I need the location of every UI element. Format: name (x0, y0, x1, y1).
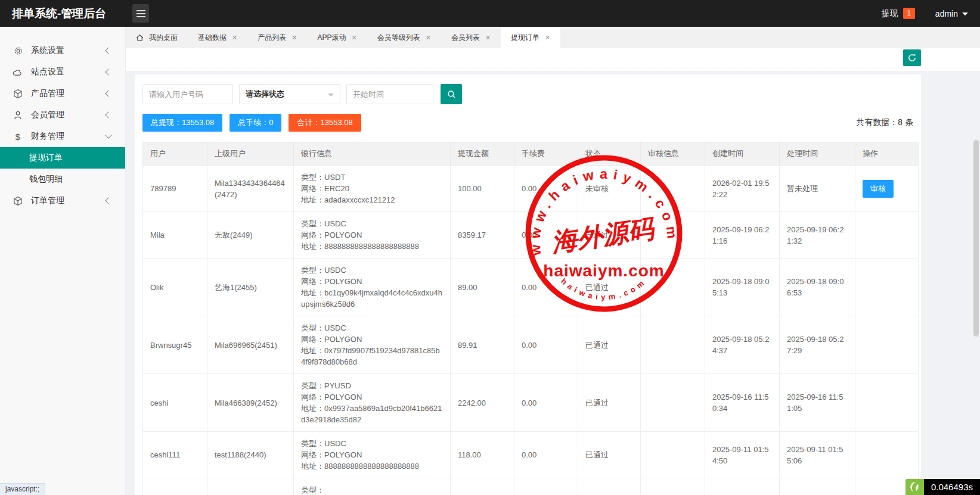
tab[interactable]: 提现订单 ✕ (501, 27, 560, 48)
cell-amount: 89.00 (451, 259, 514, 316)
cell-processed-time: 2025-09-19 06:21:32 (780, 212, 855, 259)
bank-network: 网络：POLYGON (301, 276, 443, 287)
column-header: 审核信息 (641, 142, 705, 166)
grand-total-button[interactable]: 合计：13553.08 (289, 114, 361, 132)
sidebar-item[interactable]: 系统设置 (0, 40, 125, 61)
sidebar-item[interactable]: 订单管理 (0, 190, 125, 211)
search-button[interactable] (441, 84, 462, 104)
hamburger-menu-icon[interactable] (132, 4, 149, 23)
user-icon (13, 110, 23, 120)
exec-time-label: 0.046493s (924, 479, 980, 495)
chevron-icon (105, 47, 111, 54)
search-icon (447, 90, 456, 99)
cell-created-time: 2025-09-16 11:50:34 (705, 374, 780, 432)
cell-amount: 118.00 (451, 432, 514, 478)
sidebar-subitem-active[interactable]: 提现订单 (0, 147, 125, 169)
cell-audit-info (641, 478, 705, 495)
bank-type: 类型： (301, 484, 443, 495)
bank-network: 网络：ERC20 (301, 183, 443, 194)
cell-parent-user (207, 478, 294, 495)
tab[interactable]: 会员等级列表 ✕ (367, 27, 441, 48)
sidebar-item[interactable]: 站点设置 (0, 61, 125, 83)
sidebar-item-label: 财务管理 (31, 131, 64, 142)
header-withdraw-link[interactable]: 提现 1 (882, 8, 915, 19)
cell-fee: 0.00 (514, 316, 578, 374)
table-row: 类型： (143, 478, 919, 495)
cell-audit-info (641, 432, 705, 478)
column-header: 状态 (578, 142, 641, 166)
tab-label: 我的桌面 (149, 33, 178, 43)
bank-type: 类型：USDC (301, 322, 443, 334)
cell-processed-time: 2025-09-18 05:27:29 (780, 316, 855, 374)
chevron-icon (105, 111, 111, 118)
sidebar-subitem[interactable]: 钱包明细 (0, 169, 125, 190)
chevron-icon (105, 69, 111, 75)
tab-close-icon[interactable]: ✕ (485, 34, 491, 42)
cell-status: 已通过 (578, 212, 641, 259)
cell-created-time: 2026-02-01 19:52:22 (705, 166, 780, 212)
cell-fee: 0.00 (514, 212, 578, 259)
tab[interactable]: 基础数据 ✕ (188, 27, 247, 48)
tab-close-icon[interactable]: ✕ (291, 34, 297, 42)
cell-parent-user: Mila466389(2452) (207, 374, 294, 432)
total-fee-button[interactable]: 总手续：0 (230, 114, 281, 132)
cell-fee: 0.00 (514, 374, 578, 432)
cell-audit-info (641, 259, 705, 316)
cell-bank-info: 类型： (294, 478, 451, 495)
sidebar-item-label: 会员管理 (31, 110, 64, 120)
cell-audit-info (641, 212, 705, 259)
tab-close-icon[interactable]: ✕ (232, 34, 237, 42)
total-withdraw-button[interactable]: 总提现：13553.08 (142, 114, 222, 132)
cell-processed-time (780, 478, 855, 495)
chevron-icon (105, 132, 111, 138)
cell-created-time: 2025-09-18 09:05:13 (705, 259, 780, 316)
sidebar-item[interactable]: 产品管理 (0, 83, 125, 104)
cell-user: Brwnsugr45 (143, 316, 207, 374)
column-header: 用户 (143, 142, 207, 166)
column-header: 银行信息 (294, 142, 451, 166)
tab[interactable]: 会员列表 ✕ (441, 27, 501, 48)
tab-label: 会员列表 (451, 33, 480, 43)
cell-processed-time: 暂未处理 (780, 166, 855, 212)
tab[interactable]: APP滚动 ✕ (307, 27, 367, 48)
withdraw-count-badge: 1 (903, 8, 915, 19)
cell-bank-info: 类型：USDT网络：ERC20地址：adadaxxccxc121212 (294, 166, 451, 212)
cell-amount: 100.00 (451, 166, 514, 212)
tab[interactable]: 我的桌面 (126, 27, 188, 48)
chevron-down-icon (962, 13, 968, 18)
start-time-input[interactable] (346, 84, 433, 104)
tab-close-icon[interactable]: ✕ (545, 34, 550, 42)
bank-network: 网络：POLYGON (301, 334, 443, 345)
chevron-icon (105, 197, 111, 204)
cell-user: ceshi111 (143, 432, 207, 478)
record-count: 共有数据：8 条 (856, 117, 913, 128)
refresh-button[interactable] (903, 49, 921, 66)
user-number-input[interactable] (142, 84, 233, 104)
audit-button[interactable]: 审核 (863, 180, 894, 198)
cell-created-time (705, 478, 780, 495)
cell-bank-info: 类型：USDC网络：POLYGON地址：bc1qy09k4jmxalqd4c4c… (294, 259, 451, 316)
cell-created-time: 2025-09-18 05:24:37 (705, 316, 780, 374)
app-title: 排单系统-管理后台 (12, 0, 106, 27)
bank-type: 类型：PYUSD (301, 380, 443, 391)
status-select[interactable]: 请选择状态 (239, 84, 340, 104)
home-icon (136, 34, 144, 42)
cell-status: 已通过 (578, 432, 641, 478)
scrollbar-thumb[interactable] (973, 140, 979, 337)
cell-parent-user: Mila1343434364464(2472) (207, 166, 294, 212)
table-row: 789789 Mila1343434364464(2472) 类型：USDT网络… (143, 166, 919, 212)
user-menu[interactable]: admin (935, 9, 968, 18)
cell-parent-user: 无敌(2449) (207, 212, 294, 259)
refresh-icon (907, 53, 917, 63)
tab-close-icon[interactable]: ✕ (426, 34, 431, 42)
column-header: 提现金额 (451, 142, 514, 166)
cell-parent-user: test1188(2440) (207, 432, 294, 478)
cell-fee: 0.00 (514, 166, 578, 212)
tab-close-icon[interactable]: ✕ (351, 34, 356, 42)
sidebar-item[interactable]: $ 财务管理 (0, 126, 125, 147)
tab[interactable]: 产品列表 ✕ (247, 27, 307, 48)
cell-status: 已通过 (578, 259, 641, 316)
sidebar-item[interactable]: 会员管理 (0, 104, 125, 126)
bank-type: 类型：USDC (301, 438, 443, 449)
cell-audit-info (641, 374, 705, 432)
